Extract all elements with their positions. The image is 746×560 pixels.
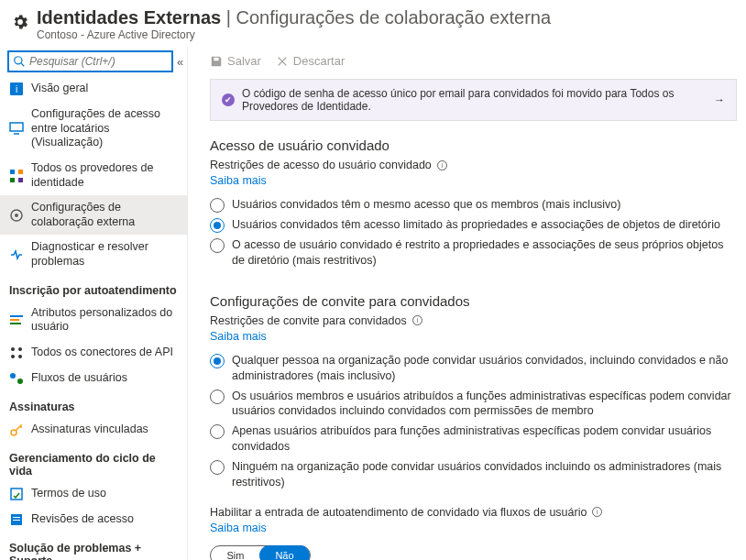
svg-rect-7: [18, 178, 23, 182]
search-input-wrap[interactable]: [7, 50, 173, 72]
sidebar-item-overview[interactable]: i Visão geral: [0, 76, 187, 102]
sidebar-item-cross-tenant[interactable]: Configurações de acesso entre locatários…: [0, 102, 187, 156]
radio-invite-2[interactable]: Apenas usuários atribuídos para funções …: [210, 423, 737, 455]
section-guest-access-title: Acesso de usuário convidado: [210, 137, 737, 153]
toggle-selfservice-label: Habilitar a entrada de autoatendimento d…: [210, 506, 737, 519]
sidebar-item-terms[interactable]: Termos de uso: [0, 481, 187, 507]
save-icon: [210, 55, 223, 68]
radio-invite-3[interactable]: Ninguém na organização pode convidar usu…: [210, 459, 737, 490]
svg-rect-2: [10, 123, 23, 131]
breadcrumb: Contoso - Azure Active Directory: [37, 28, 551, 41]
diagnose-icon: [9, 247, 24, 262]
sidebar-item-identity-providers[interactable]: Todos os provedores de identidade: [0, 156, 187, 195]
sidebar: « i Visão geral Configurações de acesso …: [0, 47, 188, 560]
gear-icon-small: [9, 208, 24, 223]
svg-point-9: [15, 214, 18, 217]
radio-invite-0[interactable]: Qualquer pessoa na organização pode conv…: [210, 353, 737, 384]
svg-rect-12: [10, 323, 21, 324]
sidebar-header-support: Solução de problemas + Suporte: [0, 533, 187, 560]
svg-rect-22: [13, 517, 20, 518]
key-icon: [9, 423, 24, 437]
sidebar-item-external-collab[interactable]: Configurações de colaboração externa: [0, 195, 187, 235]
learn-more-link-2[interactable]: Saiba mais: [210, 330, 267, 343]
user-flows-icon: [9, 371, 24, 386]
sidebar-item-custom-attrs[interactable]: Atributos personalizados do usuário: [0, 301, 187, 340]
monitor-icon: [9, 121, 24, 136]
svg-rect-4: [10, 170, 15, 174]
svg-rect-10: [10, 315, 23, 317]
svg-point-16: [18, 355, 22, 358]
grid-icon: [9, 169, 24, 183]
info-icon[interactable]: i: [592, 507, 602, 517]
discard-icon: [276, 55, 289, 68]
learn-more-link-3[interactable]: Saiba mais: [210, 522, 267, 534]
connectors-icon: [9, 346, 24, 360]
svg-point-14: [18, 347, 22, 351]
svg-point-17: [10, 373, 16, 379]
info-square-icon: i: [9, 82, 24, 96]
toggle-no: Não: [259, 545, 310, 560]
toolbar: Salvar Descartar: [210, 50, 737, 75]
page-header: Identidades Externas | Configurações de …: [0, 0, 746, 47]
info-notice[interactable]: ✔ O código de senha de acesso único por …: [210, 79, 737, 121]
search-input[interactable]: [29, 55, 168, 68]
svg-point-13: [11, 347, 15, 351]
selfservice-toggle[interactable]: Sim Não: [210, 545, 311, 560]
terms-icon: [9, 487, 24, 501]
page-subtitle: Configurações de colaboração externa: [236, 7, 552, 27]
svg-rect-6: [10, 178, 15, 182]
svg-rect-23: [13, 520, 20, 521]
check-circle-icon: ✔: [222, 93, 235, 106]
collapse-sidebar-button[interactable]: «: [177, 55, 183, 69]
svg-rect-20: [11, 489, 22, 500]
toggle-yes: Sim: [211, 546, 260, 560]
info-icon[interactable]: i: [412, 315, 422, 325]
sidebar-item-api-connectors[interactable]: Todos os conectores de API: [0, 340, 187, 366]
discard-button[interactable]: Descartar: [276, 54, 345, 68]
svg-rect-5: [18, 170, 23, 174]
arrow-right-icon: →: [714, 93, 725, 106]
sidebar-item-user-flows[interactable]: Fluxos de usuários: [0, 366, 187, 391]
sidebar-item-linked-subs[interactable]: Assinaturas vinculadas: [0, 417, 187, 443]
attributes-icon: [9, 313, 24, 327]
section-invite-sub: Restrições de convite para convidados i: [210, 314, 737, 327]
search-icon: [13, 55, 26, 68]
sidebar-header-selfservice: Inscrição por autoatendimento: [0, 275, 187, 301]
radio-invite-1[interactable]: Os usuários membros e usuários atribuído…: [210, 389, 737, 420]
learn-more-link-1[interactable]: Saiba mais: [210, 174, 267, 187]
gear-icon: [11, 13, 29, 31]
save-button[interactable]: Salvar: [210, 54, 261, 68]
svg-text:i: i: [16, 84, 17, 94]
sidebar-item-access-reviews[interactable]: Revisões de acesso: [0, 507, 187, 533]
sidebar-header-lifecycle: Gerenciamento do ciclo de vida: [0, 443, 187, 481]
section-invite-title: Configurações de convite para convidados: [210, 293, 737, 309]
page-title-row: Identidades Externas | Configurações de …: [37, 7, 551, 28]
section-guest-access-sub: Restrições de acesso do usuário convidad…: [210, 159, 737, 171]
radio-guest-access-0[interactable]: Usuários convidados têm o mesmo acesso q…: [210, 197, 737, 213]
info-icon[interactable]: i: [437, 160, 447, 170]
radio-guest-access-1[interactable]: Usuários convidados têm acesso limitado …: [210, 217, 737, 233]
svg-rect-11: [10, 319, 19, 321]
svg-point-15: [11, 355, 15, 358]
main-content: Salvar Descartar ✔ O código de senha de …: [188, 47, 746, 560]
sidebar-item-diagnose[interactable]: Diagnosticar e resolver problemas: [0, 235, 187, 274]
radio-guest-access-2[interactable]: O acesso de usuário convidado é restrito…: [210, 237, 737, 269]
svg-point-18: [17, 379, 23, 384]
notice-text: O código de senha de acesso único por em…: [242, 87, 707, 113]
page-title: Identidades Externas: [37, 7, 221, 27]
sidebar-header-subs: Assinaturas: [0, 391, 187, 417]
reviews-icon: [9, 512, 24, 527]
